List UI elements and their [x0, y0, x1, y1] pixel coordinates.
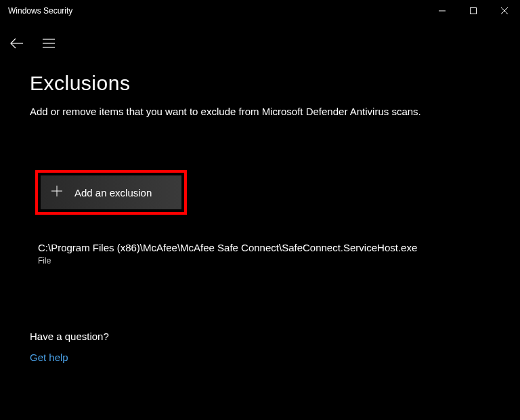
add-button-highlight: Add an exclusion [35, 170, 187, 215]
page-title: Exclusions [30, 72, 520, 95]
close-button[interactable] [489, 0, 520, 22]
content-area: Exclusions Add or remove items that you … [0, 60, 520, 364]
page-description: Add or remove items that you want to exc… [30, 104, 520, 119]
hamburger-button[interactable] [41, 35, 57, 51]
close-icon [501, 7, 508, 14]
hamburger-icon [43, 39, 55, 48]
add-exclusion-label: Add an exclusion [74, 187, 152, 198]
help-heading: Have a question? [30, 331, 520, 342]
exclusion-path: C:\Program Files (x86)\McAfee\McAfee Saf… [38, 242, 520, 253]
minimize-icon [439, 7, 446, 14]
plus-icon [51, 186, 62, 200]
back-arrow-icon [9, 38, 23, 49]
minimize-button[interactable] [427, 0, 458, 22]
maximize-button[interactable] [458, 0, 489, 22]
get-help-link[interactable]: Get help [30, 352, 68, 363]
window-title: Windows Security [8, 6, 72, 16]
svg-rect-1 [471, 8, 477, 14]
titlebar: Windows Security [0, 0, 520, 22]
add-exclusion-button[interactable]: Add an exclusion [41, 175, 181, 209]
window-controls [427, 0, 520, 22]
help-section: Have a question? Get help [30, 331, 520, 364]
back-button[interactable] [8, 35, 24, 51]
exclusion-item[interactable]: C:\Program Files (x86)\McAfee\McAfee Saf… [38, 242, 520, 266]
exclusion-type: File [38, 256, 520, 266]
nav-row [0, 27, 520, 60]
maximize-icon [470, 7, 477, 14]
